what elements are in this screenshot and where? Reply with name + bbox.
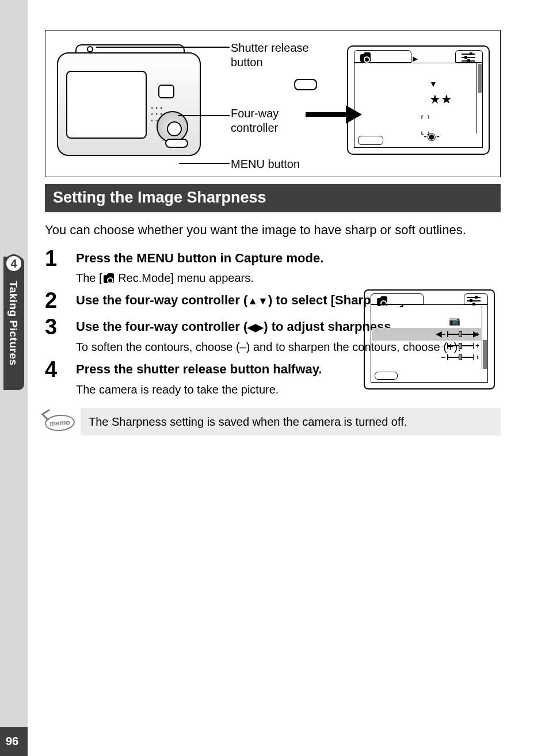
contrast-slider: –+ bbox=[447, 353, 474, 361]
leader-line bbox=[179, 163, 230, 164]
section-heading: Setting the Image Sharpness bbox=[45, 184, 501, 212]
memo-text: The Sharpness setting is saved when the … bbox=[81, 408, 501, 436]
menu-button-label: MENU button bbox=[231, 157, 300, 171]
scrollbar bbox=[476, 63, 482, 133]
scrollbar bbox=[482, 305, 487, 369]
step-title: Press the MENU button in Capture mode. bbox=[76, 250, 501, 267]
leader-line bbox=[178, 115, 230, 116]
chapter-side-tab: 4 Taking Pictures bbox=[3, 257, 24, 390]
camera-icon bbox=[104, 275, 114, 283]
sharpness-slider: –+ bbox=[447, 330, 474, 338]
chapter-number-badge: 4 bbox=[5, 254, 23, 273]
memo-note: memo The Sharpness setting is saved when… bbox=[45, 408, 501, 436]
shutter-release-label: Shutter release button bbox=[231, 41, 323, 70]
instant-review-icon: 📷 bbox=[449, 315, 460, 326]
intro-paragraph: You can choose whether you want the imag… bbox=[45, 222, 501, 239]
ae-metering-icon: -◉- bbox=[424, 130, 440, 143]
page-number: 96 bbox=[6, 735, 18, 748]
saturation-slider: –+ bbox=[447, 342, 474, 350]
menu-indicator bbox=[358, 136, 383, 145]
camera-illustration: ∘∘∘∘∘∘∘∘∘ bbox=[57, 47, 201, 165]
step-number: 3 bbox=[45, 316, 76, 355]
step-1: 1 Press the MENU button in Capture mode.… bbox=[45, 247, 501, 287]
step-number: 4 bbox=[45, 358, 76, 398]
memo-badge: memo bbox=[45, 409, 76, 433]
menu-indicator bbox=[375, 372, 398, 380]
lcd-screen-recmode: ▶ ▼ ★★ ⸢ ⸣⸤ ⸥ -◉- bbox=[347, 45, 490, 155]
left-right-arrows-icon: ◀▶ bbox=[247, 322, 264, 333]
chapter-title: Taking Pictures bbox=[7, 281, 20, 366]
tab-setup bbox=[464, 293, 488, 304]
up-down-arrows-icon: ▲▼ bbox=[247, 295, 268, 307]
sliders-icon bbox=[462, 52, 475, 63]
lcd-screen-sharpness: 📷 ◀ ▶ –+ –+ –+ bbox=[364, 289, 495, 390]
fourway-controller-label: Four-way controller bbox=[231, 106, 306, 135]
leader-line bbox=[96, 47, 230, 48]
menu-button-icon bbox=[294, 79, 317, 90]
tab-recmode bbox=[354, 50, 411, 63]
quality-stars: ★★ bbox=[429, 92, 452, 107]
step-description: The [ Rec.Mode] menu appears. bbox=[76, 270, 501, 286]
tab-divider-arrow-icon: ▶ bbox=[413, 55, 418, 63]
tab-recmode bbox=[371, 293, 424, 304]
triangle-down-icon: ▼ bbox=[429, 79, 437, 89]
camera-diagram: ∘∘∘∘∘∘∘∘∘ Shutter release button Four-wa… bbox=[45, 30, 501, 177]
step-number: 2 bbox=[45, 289, 76, 312]
step-number: 1 bbox=[45, 247, 76, 287]
camera-icon bbox=[360, 54, 371, 62]
tab-setup bbox=[455, 50, 483, 63]
